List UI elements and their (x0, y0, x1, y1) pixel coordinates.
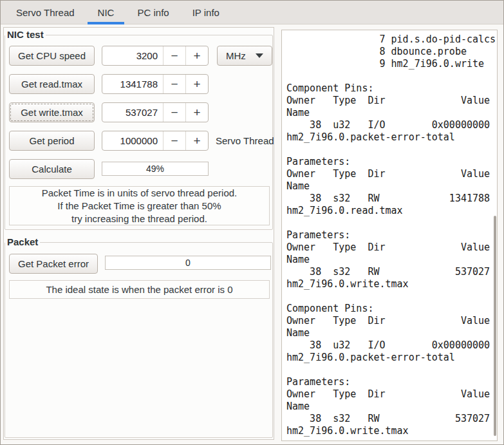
hal-output-panel[interactable]: 7 pid.s.do-pid-calcs 8 dbounce.probe 9 h… (281, 30, 498, 441)
tab-nic[interactable]: NIC (88, 1, 125, 24)
period-spinbox: 1000000 − + (102, 131, 209, 151)
write-tmax-value[interactable]: 537027 (102, 103, 163, 122)
tab-servo-thread[interactable]: Servo Thread (6, 1, 85, 24)
get-period-button[interactable]: Get period (9, 131, 95, 151)
read-tmax-spinbox: 1341788 − + (102, 74, 209, 94)
packet-group-label: Packet (5, 236, 40, 247)
cpu-speed-value[interactable]: 3200 (102, 46, 163, 65)
cpu-speed-unit-label: MHz (226, 50, 246, 61)
packet-time-info-box: Packet Time is in units of servo thread … (9, 186, 270, 225)
tab-ip-info[interactable]: IP info (182, 1, 230, 24)
app-window: Servo Thread NIC PC info IP info NIC tes… (0, 0, 504, 445)
period-decrement-button[interactable]: − (163, 131, 185, 150)
packet-time-info-line-3: try increasing the thread period. (71, 213, 207, 225)
servo-thread-label: Servo Thread (216, 131, 275, 151)
tab-pc-info[interactable]: PC info (127, 1, 179, 24)
cpu-speed-decrement-button[interactable]: − (163, 46, 185, 65)
packet-time-percent-field[interactable]: 49% (102, 162, 209, 176)
read-tmax-decrement-button[interactable]: − (163, 75, 185, 93)
packet-error-field[interactable]: 0 (105, 256, 271, 270)
chevron-down-icon (256, 53, 263, 58)
packet-time-info-line-1: Packet Time is in units of servo thread … (42, 187, 237, 200)
get-packet-error-button[interactable]: Get Packet error (9, 254, 98, 274)
controls-panel: NIC test Get CPU speed 3200 − + MHz Get … (3, 27, 274, 440)
read-tmax-value[interactable]: 1341788 (102, 75, 163, 93)
tab-bar: Servo Thread NIC PC info IP info (1, 1, 503, 24)
get-read-tmax-button[interactable]: Get read.tmax (9, 74, 95, 94)
read-tmax-increment-button[interactable]: + (185, 75, 208, 93)
packet-error-info-box: The ideal state is when the packet error… (9, 280, 270, 299)
calculate-button[interactable]: Calculate (9, 159, 95, 179)
packet-error-info-line: The ideal state is when the packet error… (46, 283, 232, 296)
packet-time-info-line-2: If the Packet Time is greater than 50% (57, 200, 221, 213)
write-tmax-decrement-button[interactable]: − (163, 103, 185, 122)
nic-tab-content: NIC test Get CPU speed 3200 − + MHz Get … (1, 24, 503, 444)
period-increment-button[interactable]: + (185, 131, 208, 150)
write-tmax-increment-button[interactable]: + (185, 103, 208, 122)
vertical-scrollbar-thumb[interactable] (494, 216, 496, 436)
get-cpu-speed-button[interactable]: Get CPU speed (9, 46, 95, 66)
hal-output-text[interactable]: 7 pid.s.do-pid-calcs 8 dbounce.probe 9 h… (282, 30, 497, 437)
cpu-speed-unit-dropdown[interactable]: MHz (217, 46, 272, 66)
cpu-speed-spinbox: 3200 − + (102, 46, 209, 66)
write-tmax-spinbox: 537027 − + (102, 102, 209, 122)
period-value[interactable]: 1000000 (102, 131, 163, 150)
cpu-speed-increment-button[interactable]: + (185, 46, 208, 65)
get-write-tmax-button[interactable]: Get write.tmax (9, 102, 95, 122)
nic-test-group-label: NIC test (5, 29, 46, 40)
